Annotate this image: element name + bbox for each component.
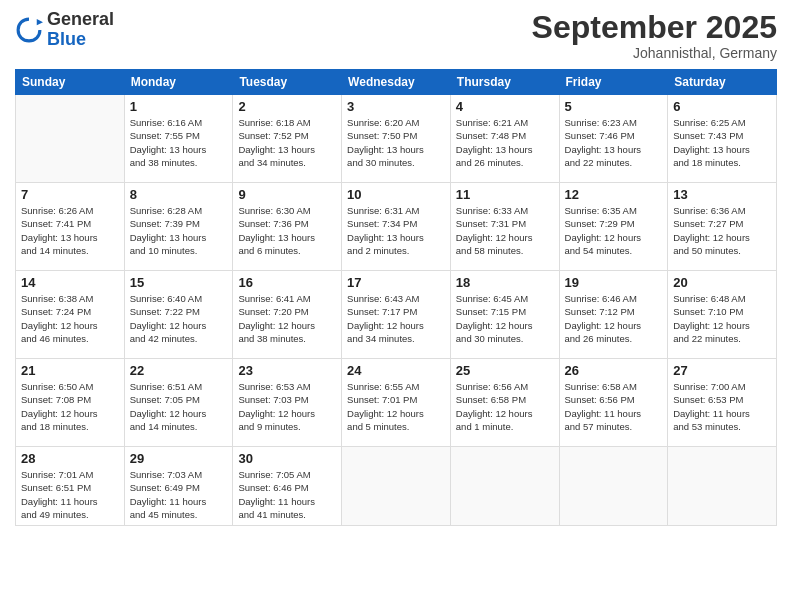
date-number: 11 xyxy=(456,187,554,202)
calendar-cell: 18Sunrise: 6:45 AMSunset: 7:15 PMDayligh… xyxy=(450,271,559,359)
date-number: 29 xyxy=(130,451,228,466)
day-info: Sunrise: 7:03 AMSunset: 6:49 PMDaylight:… xyxy=(130,468,228,521)
date-number: 26 xyxy=(565,363,663,378)
date-number: 2 xyxy=(238,99,336,114)
calendar-header-row: Sunday Monday Tuesday Wednesday Thursday… xyxy=(16,70,777,95)
date-number: 23 xyxy=(238,363,336,378)
date-number: 15 xyxy=(130,275,228,290)
week-row-5: 28Sunrise: 7:01 AMSunset: 6:51 PMDayligh… xyxy=(16,447,777,526)
col-tuesday: Tuesday xyxy=(233,70,342,95)
date-number: 18 xyxy=(456,275,554,290)
day-info: Sunrise: 6:23 AMSunset: 7:46 PMDaylight:… xyxy=(565,116,663,169)
day-info: Sunrise: 6:55 AMSunset: 7:01 PMDaylight:… xyxy=(347,380,445,433)
day-info: Sunrise: 7:00 AMSunset: 6:53 PMDaylight:… xyxy=(673,380,771,433)
week-row-2: 7Sunrise: 6:26 AMSunset: 7:41 PMDaylight… xyxy=(16,183,777,271)
day-info: Sunrise: 6:16 AMSunset: 7:55 PMDaylight:… xyxy=(130,116,228,169)
calendar-cell xyxy=(16,95,125,183)
week-row-4: 21Sunrise: 6:50 AMSunset: 7:08 PMDayligh… xyxy=(16,359,777,447)
day-info: Sunrise: 6:25 AMSunset: 7:43 PMDaylight:… xyxy=(673,116,771,169)
calendar-cell: 14Sunrise: 6:38 AMSunset: 7:24 PMDayligh… xyxy=(16,271,125,359)
day-info: Sunrise: 6:43 AMSunset: 7:17 PMDaylight:… xyxy=(347,292,445,345)
calendar-cell: 9Sunrise: 6:30 AMSunset: 7:36 PMDaylight… xyxy=(233,183,342,271)
calendar-cell: 7Sunrise: 6:26 AMSunset: 7:41 PMDaylight… xyxy=(16,183,125,271)
day-info: Sunrise: 6:18 AMSunset: 7:52 PMDaylight:… xyxy=(238,116,336,169)
col-friday: Friday xyxy=(559,70,668,95)
day-info: Sunrise: 6:58 AMSunset: 6:56 PMDaylight:… xyxy=(565,380,663,433)
day-info: Sunrise: 7:01 AMSunset: 6:51 PMDaylight:… xyxy=(21,468,119,521)
date-number: 19 xyxy=(565,275,663,290)
calendar-cell: 22Sunrise: 6:51 AMSunset: 7:05 PMDayligh… xyxy=(124,359,233,447)
date-number: 7 xyxy=(21,187,119,202)
calendar-cell xyxy=(559,447,668,526)
date-number: 8 xyxy=(130,187,228,202)
calendar-cell: 3Sunrise: 6:20 AMSunset: 7:50 PMDaylight… xyxy=(342,95,451,183)
calendar-cell xyxy=(342,447,451,526)
day-info: Sunrise: 6:56 AMSunset: 6:58 PMDaylight:… xyxy=(456,380,554,433)
calendar-cell: 23Sunrise: 6:53 AMSunset: 7:03 PMDayligh… xyxy=(233,359,342,447)
date-number: 14 xyxy=(21,275,119,290)
day-info: Sunrise: 6:40 AMSunset: 7:22 PMDaylight:… xyxy=(130,292,228,345)
week-row-1: 1Sunrise: 6:16 AMSunset: 7:55 PMDaylight… xyxy=(16,95,777,183)
week-row-3: 14Sunrise: 6:38 AMSunset: 7:24 PMDayligh… xyxy=(16,271,777,359)
day-info: Sunrise: 6:38 AMSunset: 7:24 PMDaylight:… xyxy=(21,292,119,345)
date-number: 17 xyxy=(347,275,445,290)
logo-text: General Blue xyxy=(47,10,114,50)
location-subtitle: Johannisthal, Germany xyxy=(532,45,777,61)
day-info: Sunrise: 6:36 AMSunset: 7:27 PMDaylight:… xyxy=(673,204,771,257)
date-number: 10 xyxy=(347,187,445,202)
calendar-cell: 12Sunrise: 6:35 AMSunset: 7:29 PMDayligh… xyxy=(559,183,668,271)
date-number: 22 xyxy=(130,363,228,378)
date-number: 24 xyxy=(347,363,445,378)
calendar-cell: 8Sunrise: 6:28 AMSunset: 7:39 PMDaylight… xyxy=(124,183,233,271)
calendar-cell: 27Sunrise: 7:00 AMSunset: 6:53 PMDayligh… xyxy=(668,359,777,447)
header: General Blue September 2025 Johannisthal… xyxy=(15,10,777,61)
day-info: Sunrise: 6:30 AMSunset: 7:36 PMDaylight:… xyxy=(238,204,336,257)
calendar-cell: 25Sunrise: 6:56 AMSunset: 6:58 PMDayligh… xyxy=(450,359,559,447)
day-info: Sunrise: 6:46 AMSunset: 7:12 PMDaylight:… xyxy=(565,292,663,345)
day-info: Sunrise: 6:31 AMSunset: 7:34 PMDaylight:… xyxy=(347,204,445,257)
date-number: 21 xyxy=(21,363,119,378)
calendar-cell xyxy=(450,447,559,526)
calendar-cell: 15Sunrise: 6:40 AMSunset: 7:22 PMDayligh… xyxy=(124,271,233,359)
calendar-cell: 4Sunrise: 6:21 AMSunset: 7:48 PMDaylight… xyxy=(450,95,559,183)
date-number: 1 xyxy=(130,99,228,114)
calendar-cell: 20Sunrise: 6:48 AMSunset: 7:10 PMDayligh… xyxy=(668,271,777,359)
col-saturday: Saturday xyxy=(668,70,777,95)
date-number: 13 xyxy=(673,187,771,202)
date-number: 4 xyxy=(456,99,554,114)
calendar-cell: 10Sunrise: 6:31 AMSunset: 7:34 PMDayligh… xyxy=(342,183,451,271)
calendar-cell: 19Sunrise: 6:46 AMSunset: 7:12 PMDayligh… xyxy=(559,271,668,359)
date-number: 25 xyxy=(456,363,554,378)
day-info: Sunrise: 6:45 AMSunset: 7:15 PMDaylight:… xyxy=(456,292,554,345)
day-info: Sunrise: 6:50 AMSunset: 7:08 PMDaylight:… xyxy=(21,380,119,433)
date-number: 9 xyxy=(238,187,336,202)
date-number: 5 xyxy=(565,99,663,114)
calendar-cell: 11Sunrise: 6:33 AMSunset: 7:31 PMDayligh… xyxy=(450,183,559,271)
calendar-cell xyxy=(668,447,777,526)
month-title: September 2025 xyxy=(532,10,777,45)
day-info: Sunrise: 6:28 AMSunset: 7:39 PMDaylight:… xyxy=(130,204,228,257)
logo: General Blue xyxy=(15,10,114,50)
col-thursday: Thursday xyxy=(450,70,559,95)
day-info: Sunrise: 6:51 AMSunset: 7:05 PMDaylight:… xyxy=(130,380,228,433)
date-number: 3 xyxy=(347,99,445,114)
day-info: Sunrise: 6:26 AMSunset: 7:41 PMDaylight:… xyxy=(21,204,119,257)
col-wednesday: Wednesday xyxy=(342,70,451,95)
calendar-cell: 5Sunrise: 6:23 AMSunset: 7:46 PMDaylight… xyxy=(559,95,668,183)
day-info: Sunrise: 6:48 AMSunset: 7:10 PMDaylight:… xyxy=(673,292,771,345)
date-number: 12 xyxy=(565,187,663,202)
day-info: Sunrise: 6:41 AMSunset: 7:20 PMDaylight:… xyxy=(238,292,336,345)
col-sunday: Sunday xyxy=(16,70,125,95)
date-number: 20 xyxy=(673,275,771,290)
date-number: 16 xyxy=(238,275,336,290)
col-monday: Monday xyxy=(124,70,233,95)
calendar-cell: 30Sunrise: 7:05 AMSunset: 6:46 PMDayligh… xyxy=(233,447,342,526)
calendar-cell: 29Sunrise: 7:03 AMSunset: 6:49 PMDayligh… xyxy=(124,447,233,526)
title-block: September 2025 Johannisthal, Germany xyxy=(532,10,777,61)
calendar-cell: 24Sunrise: 6:55 AMSunset: 7:01 PMDayligh… xyxy=(342,359,451,447)
day-info: Sunrise: 6:35 AMSunset: 7:29 PMDaylight:… xyxy=(565,204,663,257)
day-info: Sunrise: 6:33 AMSunset: 7:31 PMDaylight:… xyxy=(456,204,554,257)
day-info: Sunrise: 6:20 AMSunset: 7:50 PMDaylight:… xyxy=(347,116,445,169)
day-info: Sunrise: 6:21 AMSunset: 7:48 PMDaylight:… xyxy=(456,116,554,169)
date-number: 6 xyxy=(673,99,771,114)
